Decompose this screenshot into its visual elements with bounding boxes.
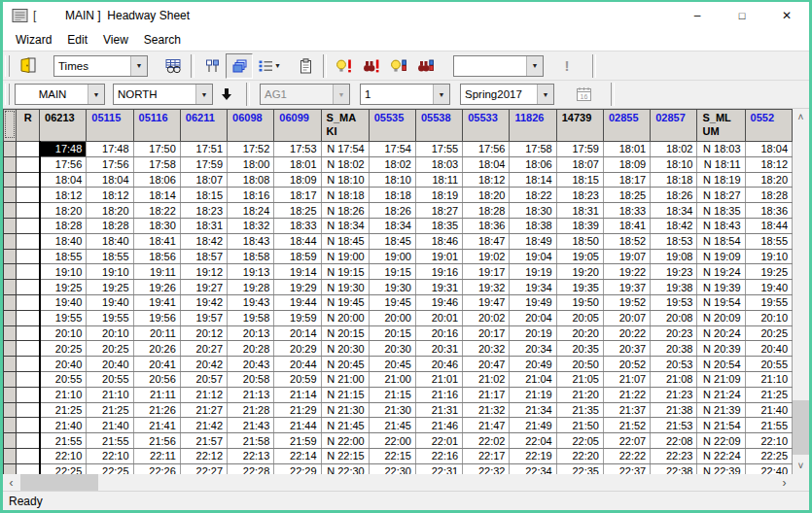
grid-cell[interactable]: N 22:09 [697, 433, 745, 449]
row-flag-cell[interactable] [17, 325, 40, 341]
grid-cell[interactable]: 22:30 [369, 463, 415, 474]
grid-cell[interactable]: 20:11 [133, 325, 180, 341]
grid-cell[interactable]: 19:38 [651, 280, 697, 295]
grid-cell[interactable]: 20:55 [745, 357, 792, 372]
find-alert-button[interactable] [358, 53, 385, 79]
grid-cell[interactable]: 22:02 [463, 433, 510, 449]
menu-wizard[interactable]: Wizard [8, 32, 59, 48]
grid-cell[interactable]: N 22:24 [697, 448, 745, 463]
grid-cell[interactable]: 20:30 [369, 341, 415, 357]
grid-cell[interactable]: 22:38 [651, 463, 697, 474]
grid-cell[interactable]: 17:55 [415, 142, 462, 157]
row-selector[interactable] [4, 249, 17, 264]
grid-cell[interactable]: 18:16 [228, 188, 274, 203]
view-mode-combo[interactable]: Times ▼ [53, 55, 148, 77]
grid-cell[interactable]: 18:35 [415, 218, 462, 233]
grid-cell[interactable]: 18:45 [369, 233, 415, 249]
grid-cell[interactable]: 18:04 [40, 172, 87, 188]
apply-alert-button[interactable]: ! [553, 53, 581, 79]
grid-cell[interactable]: 21:08 [651, 371, 697, 387]
grid-cell[interactable]: N 18:45 [321, 233, 369, 249]
maximize-button[interactable]: □ [720, 2, 764, 29]
grid-cell[interactable]: 19:57 [180, 310, 227, 325]
column-header-05116[interactable]: 05116 [133, 110, 180, 142]
grid-cell[interactable]: 22:00 [369, 433, 415, 449]
grid-cell[interactable]: 22:27 [180, 463, 227, 474]
grid-cell[interactable]: 20:55 [87, 371, 133, 387]
row-flag-cell[interactable] [17, 448, 40, 463]
grid-cell[interactable]: 21:30 [369, 402, 415, 418]
grid-cell[interactable]: 22:15 [369, 448, 415, 463]
grid-cell[interactable]: 19:40 [40, 294, 87, 310]
row-flag-cell[interactable] [17, 203, 40, 219]
grid-cell[interactable]: 20:44 [274, 357, 321, 372]
grid-cell[interactable]: 18:59 [274, 249, 321, 264]
grid-cell[interactable]: 21:16 [415, 387, 462, 402]
chevron-down-icon[interactable]: ▼ [433, 85, 449, 104]
grid-cell[interactable]: 20:46 [415, 357, 462, 372]
grid-cell[interactable]: 22:14 [274, 448, 321, 463]
exit-button[interactable] [15, 53, 42, 79]
grid-cell[interactable]: 18:02 [651, 142, 697, 157]
grid-cell[interactable]: 21:58 [228, 433, 274, 449]
grid-cell[interactable]: 19:37 [603, 280, 650, 295]
grid-browse-button[interactable] [159, 53, 187, 79]
column-header-S_MAKI[interactable]: S_MAKI [321, 110, 369, 142]
row-flag-cell[interactable] [17, 433, 40, 449]
grid-cell[interactable]: 21:47 [463, 418, 510, 433]
grid-cell[interactable]: 19:47 [463, 294, 510, 310]
grid-cell[interactable]: 21:29 [274, 402, 321, 418]
row-selector[interactable] [4, 371, 17, 387]
chevron-down-icon[interactable]: ▼ [333, 85, 349, 104]
grid-cell[interactable]: 21:52 [603, 418, 650, 433]
horizontal-scrollbar[interactable]: ‹ › [3, 474, 793, 491]
grid-cell[interactable]: 17:59 [180, 156, 227, 172]
grid-cell[interactable]: N 20:39 [697, 341, 745, 357]
grid-cell[interactable]: 20:55 [40, 371, 87, 387]
grid-cell[interactable]: 20:29 [274, 341, 321, 357]
grid-cell[interactable]: N 18:11 [697, 156, 745, 172]
grid-cell[interactable]: 22:37 [603, 463, 650, 474]
grid-cell[interactable]: 22:20 [556, 448, 603, 463]
grid-cell[interactable]: 18:44 [745, 218, 792, 233]
grid-cell[interactable]: N 18:03 [697, 142, 745, 157]
grid-cell[interactable]: 20:34 [510, 341, 556, 357]
grid-cell[interactable]: 18:10 [369, 172, 415, 188]
grid-cell[interactable]: 21:40 [87, 418, 133, 433]
row-selector[interactable] [4, 233, 17, 249]
cascade-layers-button[interactable] [226, 53, 253, 79]
grid-cell[interactable]: 20:20 [556, 325, 603, 341]
grid-cell[interactable]: 19:08 [651, 249, 697, 264]
grid-cell[interactable]: 17:48 [40, 142, 87, 157]
grid-cell[interactable]: 20:50 [556, 357, 603, 372]
grid-cell[interactable]: 19:19 [510, 264, 556, 280]
grid-cell[interactable]: 20:15 [369, 325, 415, 341]
grid-cell[interactable]: 21:50 [556, 418, 603, 433]
grid-cell[interactable]: 19:55 [745, 294, 792, 310]
grid-cell[interactable]: 22:19 [510, 448, 556, 463]
grid-cell[interactable]: N 19:30 [321, 280, 369, 295]
column-header-06211[interactable]: 06211 [180, 110, 227, 142]
grid-cell[interactable]: 21:31 [415, 402, 462, 418]
grid-cell[interactable]: 19:01 [415, 249, 462, 264]
grid-cell[interactable]: 20:47 [463, 357, 510, 372]
grid-cell[interactable]: 19:45 [369, 294, 415, 310]
grid-cell[interactable]: 21:25 [40, 402, 87, 418]
column-header-14739[interactable]: 14739 [556, 110, 603, 142]
horizontal-scrollbar-thumb[interactable] [20, 474, 98, 491]
grid-cell[interactable]: 19:12 [180, 264, 227, 280]
grid-cell[interactable]: 19:10 [745, 249, 792, 264]
grid-cell[interactable]: 21:45 [369, 418, 415, 433]
vertical-scrollbar-thumb[interactable] [793, 400, 809, 455]
app-icon[interactable] [12, 8, 28, 23]
grid-cell[interactable]: 21:13 [228, 387, 274, 402]
grid-cell[interactable]: 20:08 [651, 310, 697, 325]
grid-cell[interactable]: 18:02 [369, 156, 415, 172]
grid-cell[interactable]: 18:42 [180, 233, 227, 249]
grid-cell[interactable]: 21:12 [180, 387, 227, 402]
row-flag-cell[interactable] [17, 156, 40, 172]
scroll-up-icon[interactable]: ˄ [793, 109, 809, 125]
grid-cell[interactable]: N 20:45 [321, 357, 369, 372]
row-selector[interactable] [4, 264, 17, 280]
grid-cell[interactable]: 22:34 [510, 463, 556, 474]
